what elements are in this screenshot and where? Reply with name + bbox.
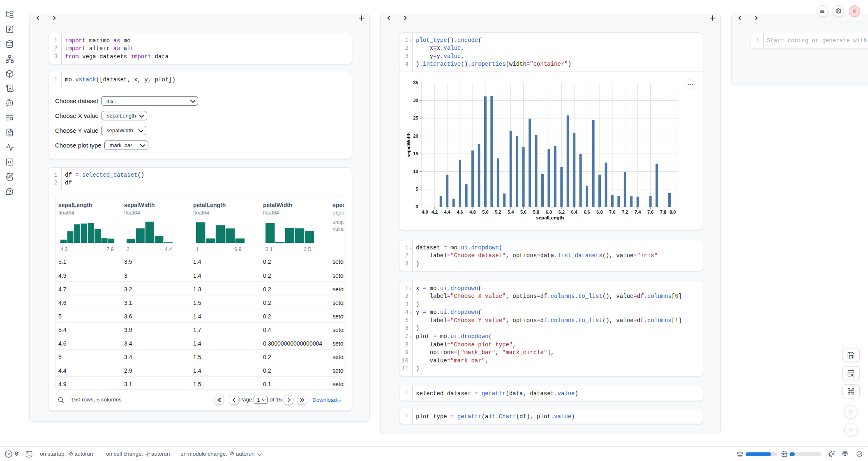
svg-text:35: 35 (413, 80, 418, 85)
svg-text:5.4: 5.4 (508, 210, 514, 214)
svg-text:5.0: 5.0 (482, 210, 488, 214)
svg-text:5: 5 (416, 187, 418, 191)
svg-text:5.6: 5.6 (520, 210, 526, 214)
svg-text:4.4: 4.4 (444, 210, 451, 214)
svg-text:5.8: 5.8 (533, 210, 539, 214)
svg-text:4.6: 4.6 (457, 210, 463, 214)
svg-text:7.6: 7.6 (647, 210, 653, 214)
svg-text:6.4: 6.4 (571, 210, 578, 214)
svg-text:0: 0 (416, 204, 418, 209)
svg-text:8.0: 8.0 (669, 210, 676, 214)
svg-text:4.8: 4.8 (469, 210, 476, 214)
svg-text:25: 25 (413, 116, 418, 121)
svg-text:15: 15 (413, 151, 418, 156)
svg-text:7.2: 7.2 (622, 210, 628, 214)
svg-text:30: 30 (413, 98, 418, 103)
svg-text:4.0: 4.0 (422, 210, 428, 214)
svg-text:10: 10 (413, 169, 418, 174)
svg-text:6.2: 6.2 (559, 210, 565, 214)
svg-text:sepalLength: sepalLength (536, 215, 564, 220)
svg-text:5.2: 5.2 (495, 210, 501, 214)
svg-text:7.4: 7.4 (635, 210, 641, 214)
svg-text:7.8: 7.8 (660, 210, 666, 214)
svg-text:sepalWidth: sepalWidth (406, 132, 411, 157)
svg-text:4.2: 4.2 (432, 210, 438, 214)
svg-text:6.6: 6.6 (584, 210, 590, 214)
svg-text:20: 20 (413, 134, 418, 138)
svg-text:6.8: 6.8 (596, 210, 603, 214)
svg-text:6.0: 6.0 (546, 210, 552, 214)
svg-text:7.0: 7.0 (609, 210, 615, 214)
